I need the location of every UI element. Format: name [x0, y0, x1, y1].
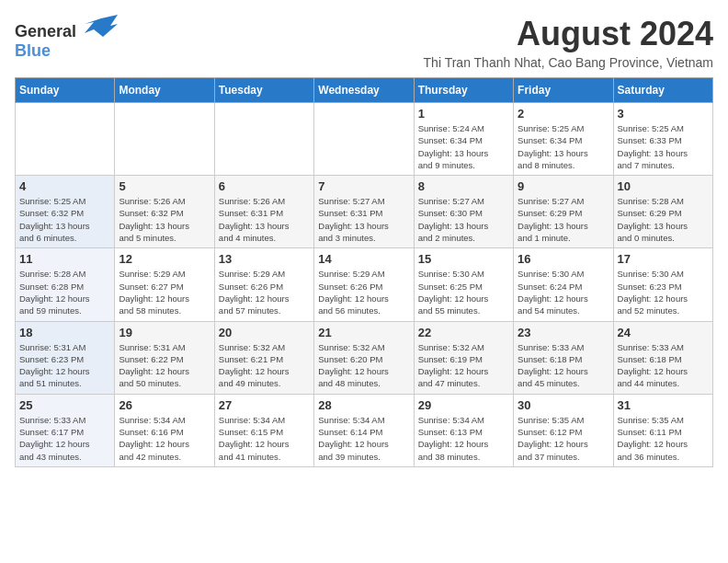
day-number: 10 — [618, 179, 709, 193]
day-cell-29: 29Sunrise: 5:34 AM Sunset: 6:13 PM Dayli… — [414, 394, 513, 466]
day-cell-15: 15Sunrise: 5:30 AM Sunset: 6:25 PM Dayli… — [414, 248, 513, 321]
day-number: 27 — [219, 398, 310, 412]
day-cell-10: 10Sunrise: 5:28 AM Sunset: 6:29 PM Dayli… — [613, 176, 712, 248]
day-cell-11: 11Sunrise: 5:28 AM Sunset: 6:28 PM Dayli… — [16, 248, 115, 321]
day-cell-21: 21Sunrise: 5:32 AM Sunset: 6:20 PM Dayli… — [314, 321, 414, 394]
day-info: Sunrise: 5:32 AM Sunset: 6:19 PM Dayligh… — [418, 341, 509, 390]
day-number: 15 — [418, 252, 509, 266]
day-number: 11 — [19, 252, 110, 266]
day-info: Sunrise: 5:31 AM Sunset: 6:22 PM Dayligh… — [119, 341, 210, 390]
day-number: 19 — [119, 326, 210, 339]
day-cell-12: 12Sunrise: 5:29 AM Sunset: 6:27 PM Dayli… — [115, 248, 214, 321]
day-cell-24: 24Sunrise: 5:33 AM Sunset: 6:18 PM Dayli… — [613, 321, 712, 394]
day-info: Sunrise: 5:25 AM Sunset: 6:34 PM Dayligh… — [518, 122, 609, 171]
empty-cell — [314, 103, 414, 176]
logo-text: General — [15, 15, 118, 41]
col-header-sunday: Sunday — [16, 78, 115, 103]
day-info: Sunrise: 5:34 AM Sunset: 6:14 PM Dayligh… — [318, 414, 409, 463]
day-cell-23: 23Sunrise: 5:33 AM Sunset: 6:18 PM Dayli… — [514, 321, 613, 394]
day-number: 18 — [19, 326, 110, 339]
day-number: 30 — [518, 398, 609, 412]
empty-cell — [214, 103, 313, 176]
day-info: Sunrise: 5:33 AM Sunset: 6:18 PM Dayligh… — [618, 341, 709, 390]
day-number: 22 — [418, 326, 509, 339]
day-info: Sunrise: 5:29 AM Sunset: 6:26 PM Dayligh… — [318, 268, 409, 316]
col-header-tuesday: Tuesday — [214, 78, 313, 103]
day-info: Sunrise: 5:34 AM Sunset: 6:16 PM Dayligh… — [119, 414, 210, 463]
logo-general: General — [15, 22, 76, 40]
day-info: Sunrise: 5:25 AM Sunset: 6:33 PM Dayligh… — [618, 122, 709, 171]
day-number: 28 — [318, 398, 409, 412]
day-number: 21 — [318, 326, 409, 339]
logo: General Blue — [15, 15, 118, 61]
day-number: 24 — [618, 326, 709, 339]
header: General Blue August 2024 Thi Tran Thanh … — [15, 15, 713, 70]
day-number: 9 — [518, 179, 609, 193]
day-info: Sunrise: 5:29 AM Sunset: 6:26 PM Dayligh… — [219, 268, 310, 316]
day-info: Sunrise: 5:34 AM Sunset: 6:15 PM Dayligh… — [219, 414, 310, 463]
day-cell-14: 14Sunrise: 5:29 AM Sunset: 6:26 PM Dayli… — [314, 248, 414, 321]
day-info: Sunrise: 5:30 AM Sunset: 6:23 PM Dayligh… — [618, 268, 709, 316]
day-number: 16 — [518, 252, 609, 266]
day-info: Sunrise: 5:28 AM Sunset: 6:28 PM Dayligh… — [19, 268, 110, 316]
week-row-5: 25Sunrise: 5:33 AM Sunset: 6:17 PM Dayli… — [16, 394, 713, 466]
empty-cell — [115, 103, 214, 176]
day-info: Sunrise: 5:26 AM Sunset: 6:32 PM Dayligh… — [119, 195, 210, 244]
day-info: Sunrise: 5:24 AM Sunset: 6:34 PM Dayligh… — [418, 122, 509, 171]
day-info: Sunrise: 5:25 AM Sunset: 6:32 PM Dayligh… — [19, 195, 110, 244]
day-cell-18: 18Sunrise: 5:31 AM Sunset: 6:23 PM Dayli… — [16, 321, 115, 394]
day-info: Sunrise: 5:33 AM Sunset: 6:17 PM Dayligh… — [19, 414, 110, 463]
week-row-3: 11Sunrise: 5:28 AM Sunset: 6:28 PM Dayli… — [16, 248, 713, 321]
month-year-title: August 2024 — [132, 15, 714, 53]
col-header-friday: Friday — [514, 78, 613, 103]
day-cell-22: 22Sunrise: 5:32 AM Sunset: 6:19 PM Dayli… — [414, 321, 513, 394]
day-number: 2 — [518, 107, 609, 121]
day-number: 7 — [318, 179, 409, 193]
day-number: 12 — [119, 252, 210, 266]
day-cell-7: 7Sunrise: 5:27 AM Sunset: 6:31 PM Daylig… — [314, 176, 414, 248]
day-number: 3 — [618, 107, 709, 121]
week-row-2: 4Sunrise: 5:25 AM Sunset: 6:32 PM Daylig… — [16, 176, 713, 248]
day-number: 6 — [219, 179, 310, 193]
col-header-wednesday: Wednesday — [314, 78, 414, 103]
day-cell-28: 28Sunrise: 5:34 AM Sunset: 6:14 PM Dayli… — [314, 394, 414, 466]
title-area: August 2024 Thi Tran Thanh Nhat, Cao Ban… — [132, 15, 714, 70]
day-info: Sunrise: 5:34 AM Sunset: 6:13 PM Dayligh… — [418, 414, 509, 463]
header-row: SundayMondayTuesdayWednesdayThursdayFrid… — [16, 78, 713, 103]
day-cell-2: 2Sunrise: 5:25 AM Sunset: 6:34 PM Daylig… — [514, 103, 613, 176]
day-info: Sunrise: 5:27 AM Sunset: 6:31 PM Dayligh… — [318, 195, 409, 244]
day-number: 1 — [418, 107, 509, 121]
svg-marker-0 — [85, 15, 118, 37]
day-info: Sunrise: 5:35 AM Sunset: 6:11 PM Dayligh… — [618, 414, 709, 463]
day-info: Sunrise: 5:27 AM Sunset: 6:30 PM Dayligh… — [418, 195, 509, 244]
week-row-4: 18Sunrise: 5:31 AM Sunset: 6:23 PM Dayli… — [16, 321, 713, 394]
day-cell-9: 9Sunrise: 5:27 AM Sunset: 6:29 PM Daylig… — [514, 176, 613, 248]
day-info: Sunrise: 5:30 AM Sunset: 6:25 PM Dayligh… — [418, 268, 509, 316]
day-number: 5 — [119, 179, 210, 193]
day-info: Sunrise: 5:31 AM Sunset: 6:23 PM Dayligh… — [19, 341, 110, 390]
day-info: Sunrise: 5:30 AM Sunset: 6:24 PM Dayligh… — [518, 268, 609, 316]
day-info: Sunrise: 5:35 AM Sunset: 6:12 PM Dayligh… — [518, 414, 609, 463]
col-header-monday: Monday — [115, 78, 214, 103]
day-number: 14 — [318, 252, 409, 266]
day-number: 20 — [219, 326, 310, 339]
day-info: Sunrise: 5:26 AM Sunset: 6:31 PM Dayligh… — [219, 195, 310, 244]
day-cell-31: 31Sunrise: 5:35 AM Sunset: 6:11 PM Dayli… — [613, 394, 712, 466]
day-cell-5: 5Sunrise: 5:26 AM Sunset: 6:32 PM Daylig… — [115, 176, 214, 248]
day-number: 13 — [219, 252, 310, 266]
day-cell-19: 19Sunrise: 5:31 AM Sunset: 6:22 PM Dayli… — [115, 321, 214, 394]
day-cell-16: 16Sunrise: 5:30 AM Sunset: 6:24 PM Dayli… — [514, 248, 613, 321]
day-cell-25: 25Sunrise: 5:33 AM Sunset: 6:17 PM Dayli… — [16, 394, 115, 466]
day-number: 8 — [418, 179, 509, 193]
logo-bird-icon — [85, 15, 118, 37]
location-subtitle: Thi Tran Thanh Nhat, Cao Bang Province, … — [132, 55, 714, 70]
day-cell-8: 8Sunrise: 5:27 AM Sunset: 6:30 PM Daylig… — [414, 176, 513, 248]
day-cell-4: 4Sunrise: 5:25 AM Sunset: 6:32 PM Daylig… — [16, 176, 115, 248]
day-info: Sunrise: 5:32 AM Sunset: 6:21 PM Dayligh… — [219, 341, 310, 390]
day-info: Sunrise: 5:33 AM Sunset: 6:18 PM Dayligh… — [518, 341, 609, 390]
day-number: 17 — [618, 252, 709, 266]
day-info: Sunrise: 5:29 AM Sunset: 6:27 PM Dayligh… — [119, 268, 210, 316]
day-cell-13: 13Sunrise: 5:29 AM Sunset: 6:26 PM Dayli… — [214, 248, 313, 321]
day-info: Sunrise: 5:32 AM Sunset: 6:20 PM Dayligh… — [318, 341, 409, 390]
day-cell-17: 17Sunrise: 5:30 AM Sunset: 6:23 PM Dayli… — [613, 248, 712, 321]
